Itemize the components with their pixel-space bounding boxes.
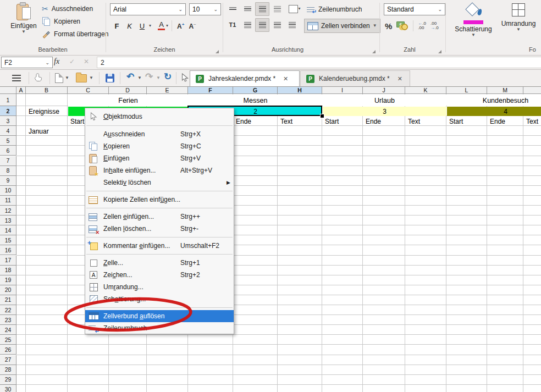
menu-item-zellen-einfügen[interactable]: Zellen einfügen...Strg++ (85, 211, 234, 223)
cell-B4[interactable]: Januar (26, 126, 68, 136)
menu-item-umrandung[interactable]: Umrandung... (85, 281, 234, 293)
row-header-27[interactable]: 27 (0, 355, 16, 365)
copy-button[interactable]: Kopieren (42, 15, 80, 27)
row-header-14[interactable]: 14 (0, 225, 16, 235)
cut-button[interactable]: ✂ Ausschneiden (42, 3, 93, 15)
column-header-I[interactable]: I (322, 86, 363, 94)
merge-cells-button[interactable]: Zellen verbinden ▼ (304, 19, 380, 33)
paste-button[interactable]: Einfügen ▼ (7, 2, 41, 34)
column-header-B[interactable]: B (26, 86, 68, 94)
row-header-20[interactable]: 20 (0, 285, 16, 295)
cell-M3[interactable]: Ende (488, 117, 523, 126)
dialog-launcher-icon[interactable] (372, 50, 376, 53)
confirm-entry-icon[interactable]: ✓ (69, 58, 75, 65)
undo-icon[interactable]: ↶ (126, 72, 134, 81)
name-box[interactable]: F2 ⌄ (1, 57, 53, 68)
bold-button[interactable]: F (111, 20, 123, 32)
valign-top-button[interactable] (225, 2, 240, 16)
new-document-icon[interactable] (55, 73, 63, 83)
shrink-font-button[interactable]: A− (187, 22, 197, 30)
row-header-15[interactable]: 15 (0, 235, 16, 245)
text-orientation-button[interactable]: T1 (225, 18, 240, 32)
currency-format-icon[interactable] (396, 21, 408, 30)
align-right-button[interactable] (270, 18, 284, 32)
chevron-down-icon[interactable]: ▼ (156, 75, 161, 80)
row-header-30[interactable]: 30 (0, 385, 16, 392)
row-header-13[interactable]: 13 (0, 216, 16, 225)
cell-I3[interactable]: Start (323, 117, 363, 126)
row-header-26[interactable]: 26 (0, 345, 16, 355)
font-color-button[interactable]: A (158, 21, 165, 30)
chevron-down-icon[interactable]: ▼ (65, 75, 69, 80)
cell-K3[interactable]: Text (406, 117, 446, 126)
menu-item-kommentar-einfügen[interactable]: Kommentar einfügen...Umschalt+F2 (85, 240, 234, 252)
tab-kalenderuebung[interactable]: P Kalenderuebung.pmdx * ✕ (300, 70, 410, 86)
menu-item-zelle[interactable]: Zelle...Strg+1 (85, 257, 234, 269)
fill-handle[interactable] (320, 114, 324, 118)
increase-decimals-button[interactable]: .00 →.0 (430, 21, 439, 30)
valign-justify-button[interactable] (270, 2, 284, 16)
cell-format-button[interactable]: ▾ (285, 2, 305, 16)
row-header-11[interactable]: 11 (0, 196, 16, 206)
row-header-19[interactable]: 19 (0, 275, 16, 285)
font-size-combo[interactable]: 10⌄ (189, 3, 221, 15)
row-header-2[interactable]: 2 (0, 106, 16, 116)
cell-I2[interactable]: 3 (323, 107, 446, 116)
menu-item-ausschneiden[interactable]: AusschneidenStrg+X (85, 128, 234, 140)
row-header-16[interactable]: 16 (0, 245, 16, 255)
percent-format-button[interactable]: % (385, 21, 392, 31)
row-header-18[interactable]: 18 (0, 266, 16, 275)
column-header-M[interactable]: M (487, 86, 523, 94)
column-header-N[interactable]: N (523, 86, 541, 94)
chevron-down-icon[interactable]: ▾ (149, 24, 151, 28)
row-header-29[interactable]: 29 (0, 375, 16, 385)
row-header-23[interactable]: 23 (0, 315, 16, 325)
column-header-C[interactable]: C (68, 86, 109, 94)
cell-C1[interactable]: Ferien (68, 95, 188, 106)
shading-button[interactable]: Schattierung ▼ (451, 1, 496, 37)
wrap-text-button[interactable]: Zeilenumbruch (304, 3, 365, 16)
chevron-down-icon[interactable]: ▼ (89, 75, 93, 80)
row-header-7[interactable]: 7 (0, 156, 16, 166)
format-painter-button[interactable]: Format übertragen (42, 28, 108, 40)
cell-J3[interactable]: Ende (363, 117, 405, 126)
column-header-F[interactable]: F (188, 86, 233, 94)
cell-N3[interactable]: Text (524, 117, 541, 126)
column-header-G[interactable]: G (233, 86, 278, 94)
dialog-launcher-icon[interactable] (216, 50, 219, 53)
menu-item-zeichen[interactable]: Zeichen...Strg+2 (85, 269, 234, 281)
row-header-6[interactable]: 6 (0, 146, 16, 156)
align-center-button[interactable] (255, 18, 269, 32)
menu-item-zeilenumbruch[interactable]: Zeilenumbruch (85, 322, 234, 334)
cell-G3[interactable]: Ende (234, 117, 278, 126)
number-format-combo[interactable]: Standard⌄ (384, 3, 445, 15)
column-header-H[interactable]: H (278, 86, 322, 94)
row-header-8[interactable]: 8 (0, 166, 16, 176)
menu-item-zellen-löschen[interactable]: Zellen löschen...Strg+- (85, 223, 234, 235)
italic-button[interactable]: K (124, 20, 135, 32)
menu-item-kopieren[interactable]: KopierenStrg+C (85, 140, 234, 152)
menu-item-inhalte-einfügen[interactable]: Inhalte einfügen...Alt+Strg+V (85, 164, 234, 176)
dialog-launcher-icon[interactable] (438, 50, 441, 53)
align-justify-button[interactable] (285, 18, 299, 32)
chevron-down-icon[interactable]: ▾ (166, 24, 168, 28)
align-left-button[interactable] (240, 18, 255, 32)
spreadsheet-grid[interactable]: ABCDEFGHIJKLMN12345678910111213141516171… (0, 86, 541, 392)
touch-mode-icon[interactable] (34, 73, 43, 82)
menu-item-selektiv-löschen[interactable]: Selektiv löschen▶ (85, 176, 234, 189)
menu-icon[interactable] (12, 75, 21, 81)
decrease-decimals-button[interactable]: ←.0 .00 (418, 21, 426, 30)
column-header-L[interactable]: L (446, 86, 487, 94)
column-header-K[interactable]: K (405, 86, 446, 94)
cell-L3[interactable]: Start (447, 117, 487, 126)
row-header-9[interactable]: 9 (0, 176, 16, 186)
cell-L1[interactable]: Kundenbesuch (447, 95, 541, 106)
cell-H3[interactable]: Text (278, 117, 322, 126)
cell-F1[interactable]: Messen (189, 95, 322, 106)
font-name-combo[interactable]: Arial⌄ (110, 3, 186, 15)
object-mode-icon[interactable] (181, 73, 189, 82)
close-icon[interactable]: ✕ (398, 75, 402, 82)
row-header-12[interactable]: 12 (0, 206, 16, 216)
valign-center-button[interactable] (240, 2, 255, 16)
menu-item-objektmodus[interactable]: Objektmodus (85, 110, 234, 123)
